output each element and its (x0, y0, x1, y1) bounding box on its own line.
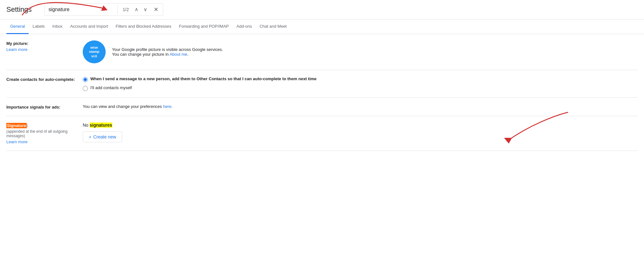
signature-row: Signature: (appended at the end of all o… (6, 116, 638, 151)
create-contacts-label: Create contacts for auto-complete: (6, 76, 76, 82)
search-next-button[interactable]: ∨ (142, 6, 149, 13)
signature-learn-more[interactable]: Learn more (6, 139, 76, 144)
autocomplete-label2: I'll add contacts myself (90, 85, 132, 90)
no-signatures-text: No signatures (83, 123, 638, 128)
signatures-highlighted-word: signatures (90, 123, 112, 128)
search-input[interactable] (45, 7, 115, 12)
importance-signals-label: Importance signals for ads: (6, 104, 76, 109)
settings-content: My picture: Learn more wisestampvcii You… (0, 34, 644, 151)
create-new-label: Create new (93, 134, 116, 139)
avatar: wisestampvcii (83, 40, 106, 63)
search-close-button[interactable]: ✕ (150, 5, 162, 14)
my-picture-value: wisestampvcii Your Google profile pictur… (83, 40, 638, 63)
signature-value: No signatures + Create new (83, 123, 638, 142)
create-contacts-value: When I send a message to a new person, a… (83, 76, 638, 91)
search-prev-button[interactable]: ∧ (133, 6, 140, 13)
search-count: 1/2 (120, 7, 131, 12)
tab-chat[interactable]: Chat and Meet (256, 19, 290, 34)
here-link[interactable]: here (163, 104, 171, 109)
importance-signals-value: You can view and change your preferences… (83, 104, 638, 109)
my-picture-learn-more[interactable]: Learn more (6, 47, 76, 52)
search-divider (117, 5, 118, 14)
picture-description: Your Google profile picture is visible a… (112, 47, 223, 57)
tab-labels[interactable]: Labels (29, 19, 48, 34)
tab-forwarding[interactable]: Forwarding and POP/IMAP (175, 19, 233, 34)
signature-highlight-label: Signature (6, 123, 27, 128)
signature-sub-label: (appended at the end of all outgoing mes… (6, 129, 76, 138)
autocomplete-label1: When I send a message to a new person, a… (90, 76, 317, 81)
my-picture-row: My picture: Learn more wisestampvcii You… (6, 34, 638, 70)
search-bar[interactable]: 1/2 ∧ ∨ ✕ (45, 3, 163, 16)
autocomplete-radio2[interactable] (83, 86, 88, 91)
create-contacts-row: Create contacts for auto-complete: When … (6, 70, 638, 98)
tab-accounts[interactable]: Accounts and Import (66, 19, 112, 34)
settings-title: Settings (6, 5, 32, 14)
autocomplete-radio-group: When I send a message to a new person, a… (83, 76, 638, 91)
picture-row: wisestampvcii Your Google profile pictur… (83, 40, 638, 63)
tab-addons[interactable]: Add-ons (233, 19, 256, 34)
tab-general[interactable]: General (6, 19, 29, 34)
autocomplete-option1[interactable]: When I send a message to a new person, a… (83, 76, 638, 82)
signature-label: Signature: (appended at the end of all o… (6, 123, 76, 144)
create-new-button[interactable]: + Create new (83, 131, 122, 142)
importance-signals-row: Importance signals for ads: You can view… (6, 98, 638, 116)
avatar-text: wisestampvcii (89, 46, 99, 58)
my-picture-label: My picture: Learn more (6, 40, 76, 52)
search-navigation: ∧ ∨ ✕ (131, 5, 163, 14)
autocomplete-option2[interactable]: I'll add contacts myself (83, 85, 638, 91)
about-me-link[interactable]: About me (170, 52, 187, 57)
tab-inbox[interactable]: Inbox (49, 19, 66, 34)
settings-tabs: General Labels Inbox Accounts and Import… (0, 19, 644, 34)
autocomplete-radio1[interactable] (83, 77, 88, 82)
settings-header: Settings 1/2 ∧ ∨ ✕ (0, 0, 644, 19)
tab-filters[interactable]: Filters and Blocked Addresses (112, 19, 175, 34)
create-new-icon: + (89, 134, 91, 139)
